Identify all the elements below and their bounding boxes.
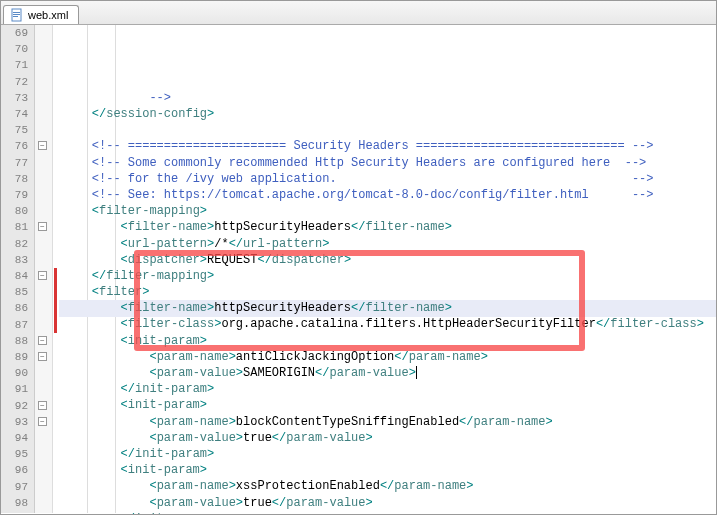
fold-collapse-icon[interactable]: − [38, 222, 47, 231]
line-number: 93 [9, 414, 28, 430]
line-number: 70 [9, 41, 28, 57]
line-number: 84 [9, 268, 28, 284]
tab-bar: web.xml [1, 1, 716, 25]
line-number: 74 [9, 106, 28, 122]
line-number: 83 [9, 252, 28, 268]
tab-webxml[interactable]: web.xml [3, 5, 79, 24]
code-line[interactable]: <!-- for the /ivy web application. --> [63, 171, 716, 187]
fold-collapse-icon[interactable]: − [38, 352, 47, 361]
svg-rect-3 [13, 16, 18, 17]
line-number: 69 [9, 25, 28, 41]
fold-collapse-icon[interactable]: − [38, 401, 47, 410]
line-number: 73 [9, 90, 28, 106]
line-number: 75 [9, 122, 28, 138]
code-line[interactable]: <filter-name>httpSecurityHeaders</filter… [63, 300, 716, 316]
code-line[interactable]: <!-- ====================== Security Hea… [63, 138, 716, 154]
line-number: 86 [9, 300, 28, 316]
line-number: 92 [9, 398, 28, 414]
line-number: 97 [9, 479, 28, 495]
line-number: 88 [9, 333, 28, 349]
tab-title: web.xml [28, 9, 68, 21]
line-number: 72 [9, 74, 28, 90]
code-line[interactable]: <init-param> [63, 397, 716, 413]
code-line[interactable]: <!-- See: https://tomcat.apache.org/tomc… [63, 187, 716, 203]
line-number: 87 [9, 317, 28, 333]
file-icon [10, 8, 24, 22]
line-number: 80 [9, 203, 28, 219]
line-number: 94 [9, 430, 28, 446]
line-number: 90 [9, 365, 28, 381]
fold-collapse-icon[interactable]: − [38, 417, 47, 426]
code-line[interactable]: --> [63, 90, 716, 106]
fold-collapse-icon[interactable]: − [38, 336, 47, 345]
code-line[interactable]: <param-value>SAMEORIGIN</param-value> [63, 365, 716, 381]
code-line[interactable]: </init-param> [63, 381, 716, 397]
code-line[interactable]: <filter> [63, 284, 716, 300]
line-number: 96 [9, 462, 28, 478]
code-line[interactable] [63, 122, 716, 138]
line-number: 77 [9, 155, 28, 171]
code-area[interactable]: --> </session-config> <!-- =============… [59, 25, 716, 513]
line-number: 71 [9, 57, 28, 73]
code-line[interactable]: <dispatcher>REQUEST</dispatcher> [63, 252, 716, 268]
line-number: 85 [9, 284, 28, 300]
line-number-gutter: 6970717273747576777879808182838485868788… [1, 25, 35, 513]
code-line[interactable]: <filter-mapping> [63, 203, 716, 219]
code-line[interactable]: <init-param> [63, 333, 716, 349]
code-line[interactable]: <param-name>xssProtectionEnabled</param-… [63, 478, 716, 494]
line-number: 91 [9, 381, 28, 397]
fold-column[interactable]: −−−−−−− [35, 25, 53, 513]
fold-collapse-icon[interactable]: − [38, 141, 47, 150]
line-number: 98 [9, 495, 28, 511]
line-number: 89 [9, 349, 28, 365]
line-number: 81 [9, 219, 28, 235]
line-number: 76 [9, 138, 28, 154]
code-line[interactable]: </filter-mapping> [63, 268, 716, 284]
code-line[interactable]: <param-value>true</param-value> [63, 430, 716, 446]
code-line[interactable]: <filter-class>org.apache.catalina.filter… [63, 316, 716, 332]
code-line[interactable]: <url-pattern>/*</url-pattern> [63, 236, 716, 252]
code-line[interactable]: <param-value>true</param-value> [63, 495, 716, 511]
line-number: 78 [9, 171, 28, 187]
svg-rect-1 [13, 12, 20, 13]
text-caret [416, 366, 417, 379]
svg-rect-2 [13, 14, 20, 15]
code-line[interactable]: <filter-name>httpSecurityHeaders</filter… [63, 219, 716, 235]
fold-collapse-icon[interactable]: − [38, 271, 47, 280]
line-number: 79 [9, 187, 28, 203]
code-line[interactable]: <param-name>blockContentTypeSniffingEnab… [63, 414, 716, 430]
code-line[interactable]: </init-param> [63, 511, 716, 515]
code-line[interactable]: </init-param> [63, 446, 716, 462]
code-line[interactable]: <!-- Some commonly recommended Http Secu… [63, 155, 716, 171]
line-number: 95 [9, 446, 28, 462]
change-marker [54, 268, 57, 333]
code-line[interactable]: <param-name>antiClickJackingOption</para… [63, 349, 716, 365]
code-line[interactable]: <init-param> [63, 462, 716, 478]
code-line[interactable]: </session-config> [63, 106, 716, 122]
editor[interactable]: 6970717273747576777879808182838485868788… [1, 25, 716, 513]
line-number: 82 [9, 236, 28, 252]
